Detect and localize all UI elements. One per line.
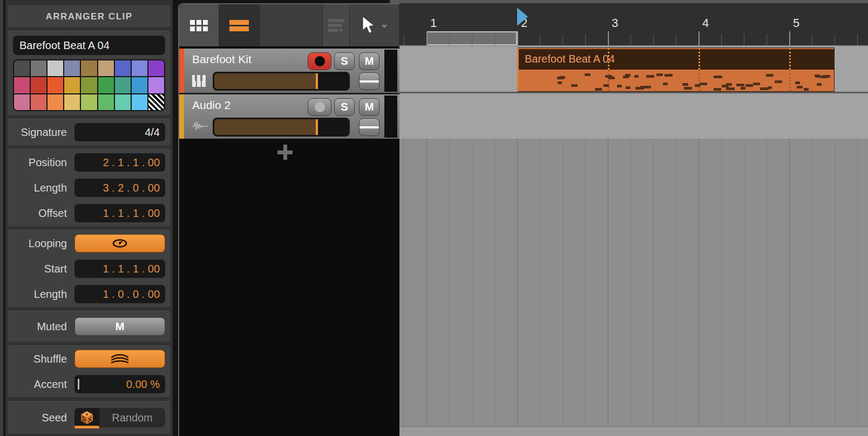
chevron-down-icon[interactable] — [381, 25, 388, 28]
track-header-audio-2[interactable]: Audio 2 S M — [179, 94, 399, 139]
loop-repeat-marker — [608, 48, 609, 70]
volume-fader[interactable] — [213, 118, 350, 137]
muted-toggle[interactable]: M — [74, 317, 165, 336]
palette-swatch[interactable] — [64, 60, 80, 76]
solo-button[interactable]: S — [334, 98, 355, 116]
record-arm-button[interactable] — [308, 98, 331, 116]
note-dash — [804, 88, 808, 91]
pointer-tool-button[interactable] — [350, 4, 399, 46]
arranger-clip-barefoot-beat[interactable]: Barefoot Beat A 04 — [517, 47, 835, 92]
loop-length-field[interactable]: 1 . 0 . 0 . 00 — [74, 285, 165, 303]
bar-tick — [608, 31, 609, 45]
palette-swatch[interactable] — [14, 94, 30, 110]
palette-swatch[interactable] — [48, 77, 63, 93]
muted-label: Muted — [8, 321, 74, 333]
offset-field[interactable]: 1 . 1 . 1 . 00 — [74, 204, 165, 222]
track-lane-audio-2[interactable] — [399, 93, 868, 139]
seed-control[interactable]: Random — [74, 408, 165, 427]
note-dash — [617, 85, 622, 87]
palette-swatch[interactable] — [81, 94, 97, 110]
palette-swatch[interactable] — [14, 60, 30, 76]
solo-button[interactable]: S — [334, 52, 355, 70]
clip-title-bar[interactable]: Barefoot Beat A 04 — [519, 48, 834, 70]
palette-swatch[interactable] — [64, 94, 80, 110]
arranger-view-button[interactable] — [219, 4, 260, 46]
shuffle-section: Shuffle Accent 0.00 % — [8, 345, 171, 397]
record-arm-button[interactable] — [308, 52, 331, 70]
signature-field[interactable]: 4/4 — [74, 123, 165, 141]
looping-toggle[interactable] — [74, 234, 165, 253]
beat-ruler[interactable]: 12345 — [399, 3, 868, 45]
palette-swatch[interactable] — [81, 77, 97, 93]
track-name[interactable]: Barefoot Kit — [192, 53, 252, 66]
arranger-toolbar — [179, 4, 399, 46]
offset-label: Offset — [8, 207, 74, 220]
beat-tick — [857, 34, 858, 45]
palette-swatch[interactable] — [148, 77, 164, 93]
palette-swatch[interactable] — [31, 77, 46, 93]
arranger-bars-icon — [229, 18, 249, 33]
length-field[interactable]: 3 . 2 . 0 . 00 — [74, 179, 165, 197]
loop-repeat-marker — [699, 48, 700, 70]
beat-tick — [562, 34, 563, 45]
horizontal-scrollbar[interactable] — [399, 426, 868, 436]
palette-swatch[interactable] — [64, 77, 80, 93]
record-icon — [315, 56, 325, 66]
clip-name-input[interactable]: Barefoot Beat A 04 — [13, 36, 165, 55]
track-color-strip — [179, 49, 184, 93]
track-menu-button[interactable] — [359, 118, 379, 136]
palette-swatch[interactable] — [148, 60, 164, 76]
fader-handle[interactable] — [316, 73, 318, 89]
track-name[interactable]: Audio 2 — [192, 99, 230, 112]
page-title: ARRANGER CLIP — [45, 11, 132, 22]
palette-swatch[interactable] — [115, 77, 131, 93]
playhead-marker[interactable] — [517, 8, 528, 26]
loop-start-field[interactable]: 1 . 1 . 1 . 00 — [74, 260, 165, 278]
bar-tick — [517, 31, 518, 45]
palette-swatch[interactable] — [31, 60, 46, 76]
add-track-button[interactable] — [277, 145, 293, 160]
palette-swatch[interactable] — [14, 77, 30, 93]
palette-swatch[interactable] — [98, 94, 114, 110]
palette-swatch[interactable] — [132, 77, 147, 93]
volume-fader[interactable] — [213, 72, 350, 91]
beat-tick — [744, 34, 744, 45]
clip-launcher-view-button[interactable] — [179, 4, 219, 46]
note-dash — [741, 87, 745, 90]
looping-label: Looping — [8, 237, 74, 250]
note-dash — [684, 87, 693, 90]
palette-swatch[interactable] — [115, 94, 131, 110]
clip-name-section: Barefoot Beat A 04 — [8, 31, 171, 115]
note-dash — [745, 84, 753, 87]
shuffle-toggle[interactable] — [74, 350, 165, 368]
track-header-barefoot-kit[interactable]: Barefoot Kit S M — [179, 49, 399, 93]
palette-swatch[interactable] — [31, 94, 46, 110]
accent-field[interactable]: 0.00 % — [74, 375, 165, 393]
track-menu-button[interactable] — [359, 72, 379, 90]
beat-tick — [540, 34, 540, 45]
palette-swatch[interactable] — [148, 94, 164, 110]
palette-swatch[interactable] — [81, 60, 97, 76]
clip-title-text: Barefoot Beat A 04 — [525, 53, 615, 65]
position-field[interactable]: 2 . 1 . 1 . 00 — [74, 153, 165, 172]
palette-swatch[interactable] — [98, 77, 114, 93]
fader-handle[interactable] — [316, 119, 318, 135]
automation-lanes-button[interactable] — [323, 4, 350, 46]
palette-swatch[interactable] — [115, 60, 131, 76]
loop-repeat-marker — [699, 70, 700, 91]
shuffle-label: Shuffle — [8, 353, 74, 365]
note-dash — [571, 84, 578, 87]
palette-swatch[interactable] — [48, 94, 63, 110]
clip-position-section: Position 2 . 1 . 1 . 00 Length 3 . 2 . 0… — [8, 149, 171, 226]
dice-button[interactable] — [74, 408, 99, 427]
seed-label: Seed — [8, 412, 74, 424]
mute-button[interactable]: M — [359, 98, 379, 116]
loop-repeat-marker — [789, 48, 791, 70]
mute-button[interactable]: M — [359, 52, 379, 70]
palette-swatch[interactable] — [48, 60, 63, 76]
palette-swatch[interactable] — [132, 94, 147, 110]
shuffle-icon — [109, 353, 131, 365]
palette-swatch[interactable] — [132, 60, 147, 76]
seed-mode-value[interactable]: Random — [99, 408, 165, 427]
palette-swatch[interactable] — [98, 60, 114, 76]
